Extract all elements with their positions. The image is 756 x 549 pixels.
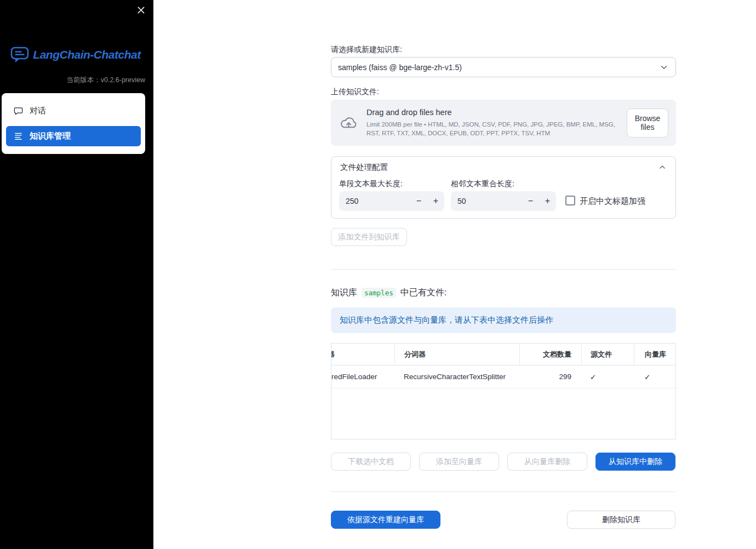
cell-loader: redFileLoader <box>331 365 394 388</box>
overlap-size-label: 相邻文本重合长度: <box>451 179 514 189</box>
sidebar-item-dialogue[interactable]: 对话 <box>6 101 141 121</box>
table-header-row: 器 分词器 文档数量 源文件 向量库 <box>331 344 675 365</box>
column-header-source-file[interactable]: 源文件 <box>581 344 634 365</box>
kb-files-table[interactable]: 器 分词器 文档数量 源文件 向量库 redFileLoader Recursi… <box>331 343 676 439</box>
sidebar-item-label: 对话 <box>30 106 46 116</box>
kb-select-value: samples (faiss @ bge-large-zh-v1.5) <box>338 63 462 72</box>
sidebar-item-kb-management[interactable]: 知识库管理 <box>6 126 141 146</box>
column-header-doc-count[interactable]: 文档数量 <box>519 344 581 365</box>
column-header-loader[interactable]: 器 <box>331 344 394 365</box>
zh-title-checkbox-label: 开启中文标题加强 <box>580 196 645 207</box>
upload-label: 上传知识文件: <box>331 87 379 97</box>
chunk-size-value: 250 <box>339 197 410 205</box>
sidebar-menu: 对话 知识库管理 <box>2 93 145 154</box>
minus-button[interactable]: − <box>522 191 539 211</box>
app-window: LangChain-Chatchat 当前版本：v0.2.6-preview 对… <box>0 0 756 549</box>
kb-files-heading: 知识库 samples 中已有文件: <box>331 287 446 299</box>
kb-name-code: samples <box>362 288 396 298</box>
expander-title: 文件处理配置 <box>340 162 388 173</box>
table-row[interactable]: redFileLoader RecursiveCharacterTextSpli… <box>331 365 675 388</box>
cell-vector-store-check: ✓ <box>634 365 675 388</box>
logo-chat-icon <box>10 46 29 63</box>
kb-select-dropdown[interactable]: samples (faiss @ bge-large-zh-v1.5) <box>331 57 676 77</box>
plus-button[interactable]: + <box>427 191 444 211</box>
chevron-up-icon <box>658 163 667 171</box>
divider <box>331 269 676 270</box>
kb-files-suffix: 中已有文件: <box>400 287 446 299</box>
kb-select-label: 请选择或新建知识库: <box>331 45 402 55</box>
download-selected-button[interactable]: 下载选中文档 <box>331 453 411 471</box>
minus-button[interactable]: − <box>410 191 427 211</box>
file-config-expander: 文件处理配置 单段文本最大长度: 250 − + 相邻文本重合长度: 50 − … <box>331 156 676 219</box>
column-header-vector-store[interactable]: 向量库 <box>634 344 675 365</box>
divider <box>331 491 676 492</box>
sidebar-close-icon[interactable] <box>136 5 146 15</box>
cell-source-file-check: ✓ <box>581 365 634 388</box>
dropzone-title: Drag and drop files here <box>366 108 627 117</box>
cloud-upload-icon <box>340 116 358 130</box>
overlap-size-input[interactable]: 50 − + <box>451 191 556 211</box>
cell-doc-count: 299 <box>519 365 581 388</box>
rebuild-vectorstore-button[interactable]: 依据源文件重建向量库 <box>331 511 440 529</box>
sidebar-item-label: 知识库管理 <box>30 131 71 141</box>
expander-header[interactable]: 文件处理配置 <box>331 157 675 178</box>
kb-files-prefix: 知识库 <box>331 287 357 299</box>
dropzone-text: Drag and drop files here Limit 200MB per… <box>366 108 627 138</box>
cell-splitter: RecursiveCharacterTextSplitter <box>394 365 519 388</box>
info-banner: 知识库中包含源文件与向量库，请从下表中选择文件后操作 <box>331 307 676 333</box>
list-icon <box>14 131 23 141</box>
chunk-size-input[interactable]: 250 − + <box>339 191 444 211</box>
version-label: 当前版本：v0.2.6-preview <box>66 76 145 85</box>
add-files-button[interactable]: 添加文件到知识库 <box>331 228 407 246</box>
chat-bubble-icon <box>14 106 23 116</box>
column-header-splitter[interactable]: 分词器 <box>394 344 519 365</box>
file-dropzone[interactable]: Drag and drop files here Limit 200MB per… <box>331 100 676 146</box>
delete-kb-button[interactable]: 删除知识库 <box>567 511 675 529</box>
app-logo: LangChain-Chatchat <box>4 46 147 63</box>
delete-from-kb-button[interactable]: 从知识库中删除 <box>595 453 675 471</box>
add-to-vectorstore-button[interactable]: 添加至向量库 <box>419 453 499 471</box>
browse-files-button[interactable]: Browse files <box>627 108 668 138</box>
overlap-size-value: 50 <box>451 197 522 205</box>
sidebar: LangChain-Chatchat 当前版本：v0.2.6-preview 对… <box>0 0 153 549</box>
zh-title-checkbox[interactable] <box>565 196 575 205</box>
delete-from-vectorstore-button[interactable]: 从向量库删除 <box>507 453 587 471</box>
plus-button[interactable]: + <box>539 191 556 211</box>
chevron-down-icon <box>659 62 669 72</box>
logo-text: LangChain-Chatchat <box>33 48 140 61</box>
chunk-size-label: 单段文本最大长度: <box>339 179 403 189</box>
dropzone-limit-hint: Limit 200MB per file • HTML, MD, JSON, C… <box>366 120 627 138</box>
